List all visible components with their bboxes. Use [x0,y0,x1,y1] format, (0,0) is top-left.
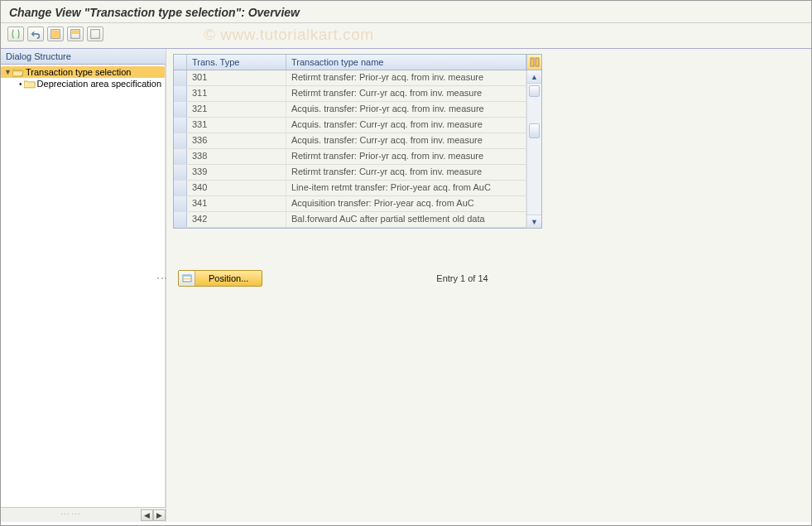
select-block-button[interactable] [67,27,84,41]
svg-rect-9 [184,278,190,280]
tree: ▼ Transaction type selection • Depreciat… [1,65,166,507]
dialog-structure-sidebar: Dialog Structure ▼ Transaction type sele… [1,49,166,522]
row-selector[interactable] [174,118,187,133]
cell-trans-type[interactable]: 342 [187,212,286,227]
cell-trans-type[interactable]: 321 [187,102,286,117]
cell-trans-type[interactable]: 336 [187,133,286,148]
cell-trans-name[interactable]: Line-item retmt transfer: Prior-year acq… [286,181,526,195]
row-selector[interactable] [174,149,187,164]
svg-rect-3 [72,31,79,34]
entry-counter-label: Entry 1 of 14 [436,273,488,283]
svg-rect-1 [52,31,60,38]
column-header-trans-type[interactable]: Trans. Type [187,55,286,70]
cell-trans-name[interactable]: Bal.forward AuC after partial settlement… [286,212,526,227]
scroll-up-button[interactable]: ▲ [527,70,541,84]
scroll-down-button[interactable]: ▼ [527,215,541,228]
row-selector[interactable] [174,212,187,227]
undo-button[interactable] [27,27,44,41]
sidebar-resize-grip[interactable]: ⋯⋯ [1,509,141,520]
folder-closed-icon [24,80,36,89]
row-selector[interactable] [174,196,187,211]
row-selector[interactable] [174,70,187,85]
position-icon [179,271,195,286]
vertical-split-grip[interactable]: ⋮ [164,273,169,291]
svg-rect-8 [183,275,191,277]
position-button-label: Position... [209,273,248,283]
cell-trans-name[interactable]: Retirmt transfer: Prior-yr acq. from inv… [286,149,526,164]
row-selector[interactable] [174,133,187,148]
sidebar-scroll-right-button[interactable]: ▶ [153,509,166,521]
toolbar [1,23,811,49]
row-selector[interactable] [174,86,187,101]
tree-item-label: Depreciation area specification [37,79,161,89]
table-row[interactable]: 336Acquis. transfer: Curr-yr acq. from i… [174,133,526,149]
toggle-display-change-button[interactable] [7,27,24,41]
row-selector[interactable] [174,181,187,195]
select-all-rows-header[interactable] [174,55,187,70]
table-row[interactable]: 301Retirmt transfer: Prior-yr acq. from … [174,70,526,86]
cell-trans-type[interactable]: 338 [187,149,286,164]
expand-arrow-icon[interactable]: ▼ [4,68,11,76]
cell-trans-type[interactable]: 340 [187,181,286,195]
table-row[interactable]: 331Acquis. transfer: Curr-yr acq. from i… [174,118,526,133]
transaction-type-grid: Trans. Type Transaction type name 301Ret… [173,54,542,229]
cell-trans-name[interactable]: Acquis. transfer: Prior-yr acq. from inv… [286,102,526,117]
svg-rect-6 [536,58,539,66]
svg-rect-4 [91,30,100,39]
cell-trans-name[interactable]: Acquis. transfer: Curr-yr acq. from inv.… [286,133,526,148]
cell-trans-name[interactable]: Acquis. transfer: Curr-yr acq. from inv.… [286,118,526,133]
configure-columns-button[interactable] [526,55,541,70]
table-row[interactable]: 340Line-item retmt transfer: Prior-year … [174,181,526,196]
table-row[interactable]: 338Retirmt transfer: Prior-yr acq. from … [174,149,526,165]
cell-trans-type[interactable]: 311 [187,86,286,101]
sidebar-header: Dialog Structure [1,49,166,65]
deselect-all-button[interactable] [87,27,103,41]
table-row[interactable]: 342Bal.forward AuC after partial settlem… [174,212,526,228]
table-row[interactable]: 339Retirmt transfer: Curr-yr acq. from i… [174,165,526,181]
cell-trans-name[interactable]: Retirmt transfer: Curr-yr acq. from inv.… [286,165,526,180]
svg-rect-5 [531,58,534,66]
cell-trans-name[interactable]: Retirmt transfer: Prior-yr acq. from inv… [286,70,526,85]
cell-trans-name[interactable]: Acquisition transfer: Prior-year acq. fr… [286,196,526,211]
position-button[interactable]: Position... [178,270,262,287]
tree-item-transaction-type-selection[interactable]: ▼ Transaction type selection [1,66,165,78]
tree-bullet-icon: • [19,80,22,89]
cell-trans-type[interactable]: 301 [187,70,286,85]
tree-item-depreciation-area[interactable]: • Depreciation area specification [1,78,165,89]
page-title: Change View "Transaction type selection"… [9,6,803,19]
row-selector[interactable] [174,165,187,180]
column-header-trans-name[interactable]: Transaction type name [286,55,526,70]
cell-trans-name[interactable]: Retirmt transfer: Curr-yr acq. from inv.… [286,86,526,101]
scroll-thumb[interactable] [529,123,540,138]
table-row[interactable]: 321Acquis. transfer: Prior-yr acq. from … [174,102,526,118]
cell-trans-type[interactable]: 341 [187,196,286,211]
select-all-button[interactable] [47,27,64,41]
cell-trans-type[interactable]: 331 [187,118,286,133]
grid-vertical-scrollbar[interactable]: ▲ ▼ [526,70,541,228]
scroll-thumb-top[interactable] [529,85,540,97]
table-row[interactable]: 311Retirmt transfer: Curr-yr acq. from i… [174,86,526,102]
table-row[interactable]: 341Acquisition transfer: Prior-year acq.… [174,196,526,212]
cell-trans-type[interactable]: 339 [187,165,286,180]
tree-item-label: Transaction type selection [26,67,131,77]
folder-open-icon [12,68,24,77]
row-selector[interactable] [174,102,187,117]
sidebar-scroll-left-button[interactable]: ◀ [141,509,153,521]
